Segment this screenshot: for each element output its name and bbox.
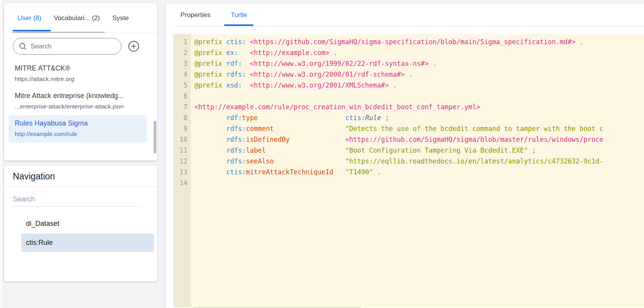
code-line: @prefix rdf: <http://www.w3.org/1999/02/… [194, 58, 644, 69]
code-token: rdfs [226, 157, 242, 165]
code-token: rdfs [226, 146, 242, 154]
code-token: xsd: [226, 81, 250, 89]
tab-turtle[interactable]: Turtle [230, 4, 247, 26]
dataset-search[interactable] [13, 38, 121, 55]
code-token: : [361, 114, 365, 122]
code-token: . [429, 60, 436, 67]
navigation-panel: Navigation di_Datasetctis:Rule [4, 166, 157, 282]
code-token: ctis [345, 114, 361, 122]
code-token: rdf [226, 114, 238, 122]
dataset-list: MITRE ATT&CK®https://attack.mitre.orgMit… [4, 60, 157, 143]
code-token [290, 136, 345, 143]
line-number: 5 [173, 80, 191, 91]
code-token: : [242, 146, 246, 154]
code-token: ctis: [226, 38, 250, 46]
code-token: "T1490" [345, 168, 373, 176]
code-line: @prefix xsd: <http://www.w3.org/2001/XML… [194, 80, 644, 91]
code-token [194, 168, 226, 176]
code-line: @prefix ctis: <https://github.com/SigmaH… [194, 36, 644, 47]
code-token: rdfs: [226, 71, 250, 78]
code-token: . [389, 81, 397, 89]
tab-user-8[interactable]: User (8) [17, 14, 41, 22]
navigation-item-ctis-rule[interactable]: ctis:Rule [21, 234, 154, 252]
line-number: 1 [173, 36, 191, 47]
code-token: "Boot Configuration Tampering Via Bcdedi… [345, 146, 528, 154]
dataset-search-input[interactable] [31, 43, 112, 50]
dataset-item-title: Mitre Attack entreprise (knowledg... [15, 92, 141, 100]
line-number: 12 [173, 156, 191, 167]
code-token [194, 136, 226, 143]
line-number: 9 [173, 123, 191, 134]
code-token: ctis [226, 168, 242, 176]
code-token: <http://example.com/rule/proc_creation_w… [194, 103, 480, 111]
code-token: <http://www.w3.org/2001/XMLSchema#> [250, 81, 389, 89]
line-number: 4 [173, 69, 191, 80]
turtle-editor[interactable]: 1234567891011121314 @prefix ctis: <https… [173, 34, 644, 307]
line-number: 13 [173, 167, 191, 177]
navigation-list: di_Datasetctis:Rule [4, 215, 157, 252]
main-tabstrip: PropertiesTurtle [166, 4, 644, 26]
code-line: <http://example.com/rule/proc_creation_w… [194, 102, 644, 112]
code-token: @prefix [194, 60, 226, 67]
code-token [333, 168, 345, 176]
line-number: 10 [173, 134, 191, 145]
code-token: : [242, 157, 246, 165]
add-dataset-button[interactable] [128, 41, 139, 52]
code-token: comment [246, 125, 274, 132]
code-token [274, 125, 345, 132]
code-token: seeAlso [246, 157, 274, 165]
code-token: rdfs [226, 125, 242, 132]
code-token: isDefinedBy [246, 136, 290, 143]
code-token: <http://www.w3.org/2000/01/rdf-schema#> [250, 71, 405, 78]
code-token: : [238, 114, 242, 122]
code-token: rdf: [226, 60, 250, 67]
code-line: rdfs:label "Boot Configuration Tampering… [194, 145, 644, 156]
code-token [266, 146, 345, 154]
code-token [274, 157, 345, 165]
code-token: "https://eqllib.readthedocs.io/en/latest… [345, 157, 603, 165]
tab-syste[interactable]: Syste [112, 14, 129, 22]
code-token [194, 146, 226, 154]
line-number: 14 [173, 177, 191, 188]
tab-vocabulari-2[interactable]: Vocabulari... (2) [54, 14, 100, 22]
line-number: 11 [173, 145, 191, 156]
code-token: . [405, 71, 412, 78]
tab-properties[interactable]: Properties [180, 4, 210, 26]
dataset-item-url: ...enterprise-attack/enterprise-attack.j… [15, 103, 141, 110]
code-token: ex: [226, 49, 250, 57]
code-line: rdfs:isDefinedBy <https://github.com/Sig… [194, 134, 644, 145]
active-tab-indicator [13, 30, 51, 31]
dataset-list-item[interactable]: Rules Hayabusa Sigmahttp://example.com/r… [9, 115, 147, 143]
line-number: 8 [173, 112, 191, 123]
navigation-item-di-dataset[interactable]: di_Dataset [21, 215, 154, 233]
code-token: @prefix [194, 38, 226, 46]
dataset-list-scrollbar[interactable] [154, 121, 156, 153]
editor-gutter: 1234567891011121314 [173, 34, 191, 307]
navigation-search-input[interactable] [13, 195, 142, 207]
dataset-item-title: MITRE ATT&CK® [15, 64, 141, 72]
code-line: ctis:mitreAttackTechniqueId "T1490" . [194, 167, 644, 177]
code-line: @prefix ex: <http://example.com> . [194, 47, 644, 58]
code-token: <https://github.com/SigmaHQ/sigma-specif… [250, 38, 575, 46]
search-icon [19, 42, 27, 51]
editor-code[interactable]: @prefix ctis: <https://github.com/SigmaH… [191, 34, 644, 307]
dataset-item-url: http://example.com/rule [15, 131, 141, 138]
navigation-divider [4, 186, 157, 187]
line-number: 7 [173, 102, 191, 112]
code-token: @prefix [194, 49, 226, 57]
code-line: rdfs:comment "Detects the use of the bcd… [194, 123, 644, 134]
code-token: ; [381, 114, 389, 122]
code-token [194, 125, 226, 132]
line-number: 2 [173, 47, 191, 58]
code-token [194, 157, 226, 165]
dataset-list-item[interactable]: Mitre Attack entreprise (knowledg......e… [9, 88, 147, 115]
code-line: @prefix rdfs: <http://www.w3.org/2000/01… [194, 69, 644, 80]
code-line [194, 177, 644, 188]
dataset-list-item[interactable]: MITRE ATT&CK®https://attack.mitre.org [9, 60, 147, 88]
code-token: . [576, 38, 583, 46]
code-token: mitreAttackTechniqueId [246, 168, 333, 176]
dataset-item-url: https://attack.mitre.org [15, 76, 141, 83]
line-number: 6 [173, 91, 191, 102]
datasets-panel: User (8)Vocabulari... (2)Syste MITRE ATT… [4, 3, 157, 161]
code-token: . [373, 168, 381, 176]
